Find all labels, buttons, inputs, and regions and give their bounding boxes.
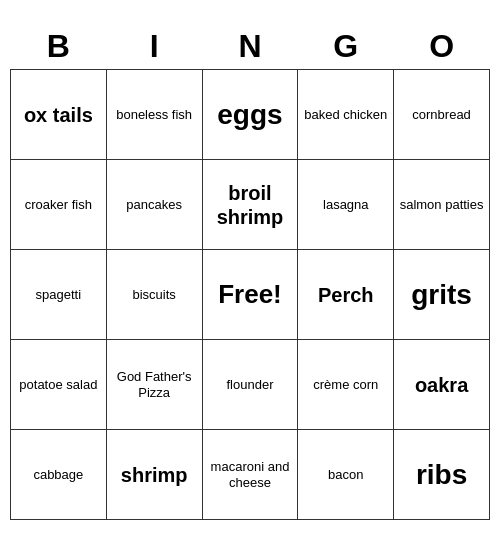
- bingo-card: BINGO ox tailsboneless fisheggsbaked chi…: [10, 24, 490, 520]
- cell-3-4: oakra: [394, 340, 490, 430]
- grid-row-4: cabbageshrimpmacaroni and cheesebaconrib…: [11, 430, 490, 520]
- cell-1-3: lasagna: [298, 160, 394, 250]
- cell-4-3: bacon: [298, 430, 394, 520]
- cell-2-2: Free!: [202, 250, 298, 340]
- header-letter-o: O: [394, 24, 490, 70]
- cell-0-0: ox tails: [11, 70, 107, 160]
- cell-0-4: cornbread: [394, 70, 490, 160]
- cell-2-0: spagetti: [11, 250, 107, 340]
- cell-0-3: baked chicken: [298, 70, 394, 160]
- cell-1-2: broil shrimp: [202, 160, 298, 250]
- cell-0-1: boneless fish: [106, 70, 202, 160]
- cell-3-2: flounder: [202, 340, 298, 430]
- cell-4-1: shrimp: [106, 430, 202, 520]
- cell-2-4: grits: [394, 250, 490, 340]
- cell-2-3: Perch: [298, 250, 394, 340]
- cell-2-1: biscuits: [106, 250, 202, 340]
- grid-row-3: potatoe saladGod Father's Pizzaflounderc…: [11, 340, 490, 430]
- cell-4-2: macaroni and cheese: [202, 430, 298, 520]
- cell-1-4: salmon patties: [394, 160, 490, 250]
- header-letter-n: N: [202, 24, 298, 70]
- header-letters: BINGO: [11, 24, 490, 70]
- cell-4-0: cabbage: [11, 430, 107, 520]
- cell-1-0: croaker fish: [11, 160, 107, 250]
- header-letter-i: I: [106, 24, 202, 70]
- cell-0-2: eggs: [202, 70, 298, 160]
- grid-row-1: croaker fishpancakesbroil shrimplasagnas…: [11, 160, 490, 250]
- header-letter-b: B: [11, 24, 107, 70]
- cell-1-1: pancakes: [106, 160, 202, 250]
- cell-4-4: ribs: [394, 430, 490, 520]
- bingo-grid: BINGO ox tailsboneless fisheggsbaked chi…: [10, 24, 490, 520]
- grid-row-0: ox tailsboneless fisheggsbaked chickenco…: [11, 70, 490, 160]
- cell-3-0: potatoe salad: [11, 340, 107, 430]
- header-letter-g: G: [298, 24, 394, 70]
- cell-3-1: God Father's Pizza: [106, 340, 202, 430]
- cell-3-3: crème corn: [298, 340, 394, 430]
- grid-row-2: spagettibiscuitsFree!Perchgrits: [11, 250, 490, 340]
